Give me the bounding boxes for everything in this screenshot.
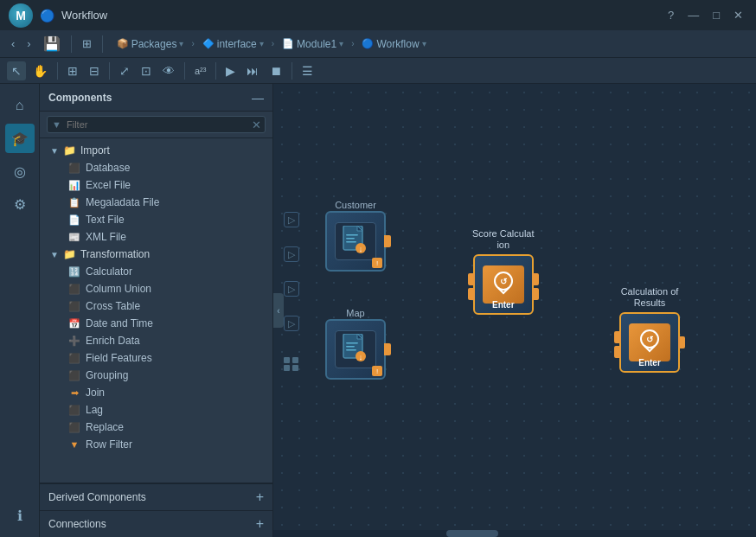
sidebar-components-button[interactable]: 🎓: [5, 124, 35, 153]
maximize-button[interactable]: □: [708, 7, 724, 23]
fieldfeatures-label: Field Features: [86, 352, 152, 364]
tree-item-fieldfeatures[interactable]: ⬛ Field Features: [40, 349, 272, 367]
expand-view-button[interactable]: ⤢: [115, 61, 134, 80]
connections-panel: Connections +: [40, 510, 272, 537]
tree-item-textfile[interactable]: 📄 Text File: [40, 211, 272, 228]
help-button[interactable]: ?: [663, 7, 678, 23]
back-button[interactable]: ‹: [7, 35, 19, 53]
calc-node-box[interactable]: ↺ Enter: [619, 312, 680, 373]
save-button[interactable]: 💾: [39, 33, 65, 54]
cursor-tool-button[interactable]: ↖: [7, 61, 26, 80]
tree-item-calculator[interactable]: 🔢 Calculator: [40, 263, 272, 280]
svg-text:↺: ↺: [646, 335, 654, 344]
expand-icon-1[interactable]: ▷: [284, 212, 299, 227]
derived-add-icon[interactable]: +: [256, 489, 264, 505]
calc-node-label: Calculation ofResults: [621, 286, 679, 309]
transformation-label: Transformation: [80, 248, 150, 260]
menu-button[interactable]: ☰: [298, 61, 317, 80]
node-calc-results[interactable]: Calculation ofResults ↺ Enter: [619, 283, 680, 373]
sidebar-home-button[interactable]: ⌂: [5, 91, 35, 120]
close-button[interactable]: ✕: [729, 7, 747, 23]
transformation-folder-icon: 📁: [63, 248, 76, 260]
node-map[interactable]: Map ↓ !: [325, 304, 386, 380]
customer-inner: ↓: [335, 222, 376, 260]
rowfilter-label: Row Filter: [86, 438, 132, 451]
derived-components-header[interactable]: Derived Components +: [40, 484, 272, 510]
connections-header[interactable]: Connections +: [40, 511, 272, 537]
transformation-items: 🔢 Calculator ⬛ Column Union ⬛ Cross Tabl…: [40, 263, 272, 453]
minimize-button[interactable]: —: [683, 7, 703, 23]
title-text: Workflow: [61, 9, 107, 22]
svg-text:↺: ↺: [500, 277, 508, 286]
score-node-icon: ↺: [490, 269, 517, 300]
tree-item-crosstable[interactable]: ⬛ Cross Table: [40, 297, 272, 315]
hand-tool-button[interactable]: ✋: [29, 61, 52, 80]
tree-group-transformation[interactable]: ▼ 📁 Transformation: [40, 246, 272, 263]
stop-button[interactable]: ⏹: [266, 61, 286, 80]
expand-icon-2[interactable]: ▷: [284, 246, 299, 262]
tree-item-columnunion[interactable]: ⬛ Column Union: [40, 280, 272, 297]
breadcrumb-interface[interactable]: 🔷 interface ▾: [198, 36, 268, 52]
tree-item-grouping[interactable]: ⬛ Grouping: [40, 367, 272, 384]
megaladata-label: Megaladata File: [86, 196, 159, 208]
forward-button[interactable]: ›: [22, 35, 35, 53]
sidebar-target-button[interactable]: ◎: [5, 157, 35, 186]
textfile-icon: 📄: [67, 214, 81, 226]
expand-icon-4[interactable]: ▷: [284, 316, 299, 331]
arrow0: ▾: [179, 39, 183, 48]
rowfilter-icon: ▼: [67, 439, 81, 450]
textfile-label: Text File: [86, 214, 125, 226]
breadcrumb-workflow[interactable]: 🔵 Workflow ▾: [357, 36, 430, 52]
tree-item-xmlfile[interactable]: 📰 XML File: [40, 228, 272, 246]
database-label: Database: [86, 162, 130, 174]
score-node-box[interactable]: ↺ Enter: [473, 254, 534, 315]
packages-icon: 📦: [117, 38, 129, 49]
tree-item-join[interactable]: ➡ Join: [40, 384, 272, 401]
sidebar-settings-button[interactable]: ⚙: [5, 189, 35, 219]
tree-group-import[interactable]: ▼ 📁 Import: [40, 142, 272, 159]
run-button[interactable]: ▶: [221, 61, 240, 80]
filter-input[interactable]: [47, 116, 266, 133]
canvas-area[interactable]: ‹ ▷ ▷ ▷ ▷: [273, 84, 756, 537]
import-items: ⬛ Database 📊 Excel File 📋 Megaladata Fil…: [40, 159, 272, 246]
node-customer[interactable]: Customer ↓ !: [325, 196, 386, 272]
breadcrumb-module[interactable]: 📄 Module1 ▾: [278, 36, 348, 52]
view-toggle-button[interactable]: ⊞: [78, 35, 96, 53]
tree-item-enrichdata[interactable]: ➕ Enrich Data: [40, 332, 272, 349]
join-icon: ➡: [67, 387, 81, 399]
collapse-view-button[interactable]: ⊡: [137, 61, 156, 80]
sidebar-info-button[interactable]: ℹ: [5, 501, 35, 530]
tree-item-lag[interactable]: ⬛ Lag: [40, 401, 272, 419]
tree-item-megaladata[interactable]: 📋 Megaladata File: [40, 194, 272, 211]
score-left-connector-bot: [468, 288, 475, 300]
tool-sep1: [57, 62, 58, 80]
node-score-calculation[interactable]: Score Calculation ↺ Enter: [472, 225, 535, 315]
map-inner: ↓: [335, 330, 376, 368]
list-view-button[interactable]: ⊟: [85, 61, 104, 80]
tool-sep2: [109, 62, 110, 80]
tool-sep5: [292, 62, 292, 80]
tree-item-rowfilter[interactable]: ▼ Row Filter: [40, 436, 272, 453]
components-collapse-button[interactable]: —: [252, 91, 264, 105]
svg-rect-8: [346, 346, 355, 348]
eye-button[interactable]: 👁: [158, 61, 179, 80]
customer-node-box[interactable]: ↓ !: [325, 211, 386, 272]
tree-item-datetime[interactable]: 📅 Date and Time: [40, 315, 272, 332]
tool-sep3: [184, 62, 185, 80]
filter-clear-button[interactable]: ✕: [252, 118, 261, 131]
scrollbar-thumb[interactable]: [446, 530, 498, 537]
xmlfile-icon: 📰: [67, 232, 81, 243]
connections-add-icon[interactable]: +: [256, 516, 264, 532]
panel-collapse-handle[interactable]: ‹: [273, 293, 284, 328]
abc-sort-button[interactable]: a²³: [190, 63, 210, 79]
grid-view-button[interactable]: ⊞: [63, 61, 82, 80]
tree-item-replace[interactable]: ⬛ Replace: [40, 419, 272, 436]
step-button[interactable]: ⏭: [242, 61, 263, 80]
tree-item-database[interactable]: ⬛ Database: [40, 159, 272, 176]
map-node-box[interactable]: ↓ !: [325, 319, 386, 380]
tree-item-excel[interactable]: 📊 Excel File: [40, 176, 272, 194]
breadcrumb-packages[interactable]: 📦 Packages ▾: [112, 36, 189, 52]
canvas-scrollbar[interactable]: [273, 530, 756, 537]
expand-icon-3[interactable]: ▷: [284, 281, 299, 297]
crosstable-icon: ⬛: [67, 301, 81, 312]
